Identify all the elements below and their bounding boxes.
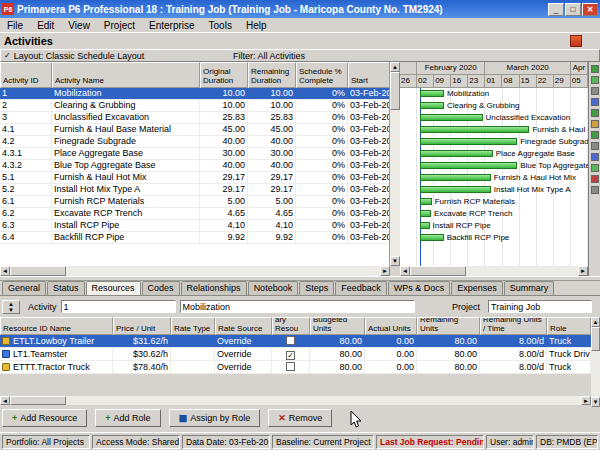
- resource-row[interactable]: ETLT.Lowboy Trailer$31.62/hOverride80.00…: [0, 335, 591, 348]
- activity-row[interactable]: 6.2Excavate RCP Trench4.654.650%03-Feb-2…: [0, 208, 389, 220]
- scroll-thumb[interactable]: [410, 266, 466, 276]
- toolbar-icon-4[interactable]: [591, 98, 599, 106]
- column-header-original-duration[interactable]: Original Duration: [200, 62, 248, 88]
- tab-feedback[interactable]: Feedback: [335, 281, 387, 295]
- scroll-left-icon[interactable]: ◄: [0, 396, 10, 405]
- minimize-button[interactable]: _: [548, 3, 564, 16]
- add-resource-button[interactable]: +Add Resource: [2, 409, 87, 427]
- activity-row[interactable]: 6.4Backfill RCP Pipe9.929.920%03-Feb-20: [0, 232, 389, 244]
- tab-general[interactable]: General: [2, 281, 46, 295]
- toolbar-icon-11[interactable]: [591, 175, 599, 183]
- toolbar-icon-8[interactable]: [591, 142, 599, 150]
- table-vscrollbar[interactable]: ▲ ▼: [390, 62, 400, 266]
- gantt-bar[interactable]: [420, 138, 518, 145]
- scroll-track[interactable]: [591, 351, 600, 397]
- scroll-right-icon[interactable]: ►: [380, 266, 390, 276]
- toolbar-icon-6[interactable]: [591, 120, 599, 128]
- activity-row[interactable]: 4.3.2Blue Top Aggregate Base40.0040.000%…: [0, 160, 389, 172]
- resource-vscrollbar[interactable]: ▲ ▼: [591, 317, 600, 407]
- vary-checkbox[interactable]: [286, 362, 295, 371]
- activity-row[interactable]: 6.3Install RCP Pipe4.104.100%03-Feb-20: [0, 220, 389, 232]
- activity-id-field[interactable]: 1: [61, 300, 176, 313]
- scroll-up-icon[interactable]: ▲: [591, 317, 600, 327]
- gantt-bar[interactable]: [420, 210, 431, 217]
- gantt-bar[interactable]: [420, 174, 491, 181]
- scroll-thumb[interactable]: [10, 266, 66, 276]
- activity-row[interactable]: 4.1Furnish & Haul Base Material45.0045.0…: [0, 124, 389, 136]
- menu-tools[interactable]: Tools: [202, 20, 239, 31]
- toolbar-icon-1[interactable]: [591, 65, 599, 73]
- scroll-up-icon[interactable]: ▲: [390, 62, 400, 72]
- column-header-remaining-units-time[interactable]: Remaining Units / Time: [480, 317, 547, 335]
- gantt-bar[interactable]: [420, 90, 444, 97]
- resource-row[interactable]: ETTT.Tractor Truck$78.40/hOverride80.000…: [0, 361, 591, 374]
- column-header-schedule-complete[interactable]: Schedule % Complete: [296, 62, 348, 88]
- close-button[interactable]: ✕: [582, 3, 598, 16]
- activity-name-field[interactable]: Mobilization: [180, 300, 415, 313]
- tab-wps-docs[interactable]: WPs & Docs: [388, 281, 451, 295]
- tab-notebook[interactable]: Notebook: [248, 281, 299, 295]
- toolbar-icon-2[interactable]: [591, 76, 599, 84]
- resource-row[interactable]: LT1.Teamster$30.62/hOverride✓80.000.0080…: [0, 348, 591, 361]
- column-header-rate-type[interactable]: Rate Type: [171, 317, 215, 335]
- scroll-track[interactable]: [390, 110, 400, 256]
- spinner-down-icon[interactable]: ▼: [8, 307, 14, 313]
- column-header-ary-resou[interactable]: ary Resou: [272, 317, 310, 335]
- scroll-down-icon[interactable]: ▼: [390, 256, 400, 266]
- activity-row[interactable]: 4.2Finegrade Subgrade40.0040.000%03-Feb-…: [0, 136, 389, 148]
- scroll-thumb[interactable]: [390, 72, 400, 110]
- scroll-track[interactable]: [466, 266, 578, 276]
- activity-row[interactable]: 4.3.1Place Aggregate Base30.0030.000%03-…: [0, 148, 389, 160]
- scroll-track[interactable]: [66, 266, 380, 276]
- scroll-thumb[interactable]: [591, 327, 600, 351]
- gantt-bar[interactable]: [420, 234, 444, 241]
- tab-relationships[interactable]: Relationships: [181, 281, 247, 295]
- gantt-bar[interactable]: [420, 126, 530, 133]
- activity-spinner[interactable]: ▲▼: [2, 300, 20, 314]
- column-header-role[interactable]: Role: [547, 317, 591, 335]
- column-header-budgeted-units[interactable]: Budgeted Units: [310, 317, 365, 335]
- column-header-activity-name[interactable]: Activity Name: [52, 62, 200, 88]
- column-header-activity-id[interactable]: Activity ID: [0, 62, 52, 88]
- vary-checkbox[interactable]: [286, 336, 295, 345]
- gantt-bar[interactable]: [420, 222, 430, 229]
- scroll-left-icon[interactable]: ◄: [400, 266, 410, 276]
- gantt-bar[interactable]: [420, 102, 444, 109]
- tab-codes[interactable]: Codes: [142, 281, 180, 295]
- gantt-bar[interactable]: [420, 162, 518, 169]
- gantt-hscrollbar[interactable]: ◄ ►: [400, 266, 588, 276]
- column-header-start[interactable]: Start: [348, 62, 390, 88]
- activity-row[interactable]: 5.2Install Hot Mix Type A29.1729.170%03-…: [0, 184, 389, 196]
- gantt-bar[interactable]: [420, 186, 491, 193]
- remove-button[interactable]: ✕Remove: [268, 409, 332, 427]
- column-header-rate-source[interactable]: Rate Source: [215, 317, 272, 335]
- title-bar[interactable]: P6 Primavera P6 Professional 18 : Traini…: [0, 0, 600, 18]
- column-header-remaining-duration[interactable]: Remaining Duration: [248, 62, 296, 88]
- menu-file[interactable]: File: [0, 20, 30, 31]
- assign-by-role-button[interactable]: ▦Assign by Role: [169, 409, 261, 427]
- menu-view[interactable]: View: [61, 20, 97, 31]
- tab-summary[interactable]: Summary: [504, 281, 555, 295]
- maximize-button[interactable]: □: [565, 3, 581, 16]
- toolbar-icon-5[interactable]: [591, 109, 599, 117]
- scroll-right-icon[interactable]: ►: [581, 396, 591, 405]
- activity-row[interactable]: 6.1Furnish RCP Materials5.005.000%03-Feb…: [0, 196, 389, 208]
- tab-steps[interactable]: Steps: [299, 281, 334, 295]
- column-header-resource-id-name[interactable]: Resource ID Name: [0, 317, 113, 335]
- scroll-thumb[interactable]: [10, 396, 66, 405]
- scroll-left-icon[interactable]: ◄: [0, 266, 10, 276]
- column-header-actual-units[interactable]: Actual Units: [365, 317, 417, 335]
- toolbar-icon-9[interactable]: [591, 153, 599, 161]
- table-hscrollbar[interactable]: ◄ ►: [0, 266, 390, 276]
- gantt-bar[interactable]: [420, 150, 493, 157]
- gantt-bar[interactable]: [420, 198, 432, 205]
- column-header-remaining-units[interactable]: Remaining Units: [417, 317, 480, 335]
- menu-edit[interactable]: Edit: [30, 20, 61, 31]
- toolbar-icon-3[interactable]: [591, 87, 599, 95]
- column-header-price-unit[interactable]: Price / Unit: [113, 317, 171, 335]
- scroll-down-icon[interactable]: ▼: [591, 397, 600, 407]
- activity-row[interactable]: 5.1Furnish & Haul Hot Mix29.1729.170%03-…: [0, 172, 389, 184]
- close-view-icon[interactable]: [570, 35, 582, 47]
- layout-options-bar[interactable]: ✓ Layout: Classic Schedule Layout Filter…: [0, 49, 600, 62]
- gantt-bar[interactable]: [420, 114, 483, 121]
